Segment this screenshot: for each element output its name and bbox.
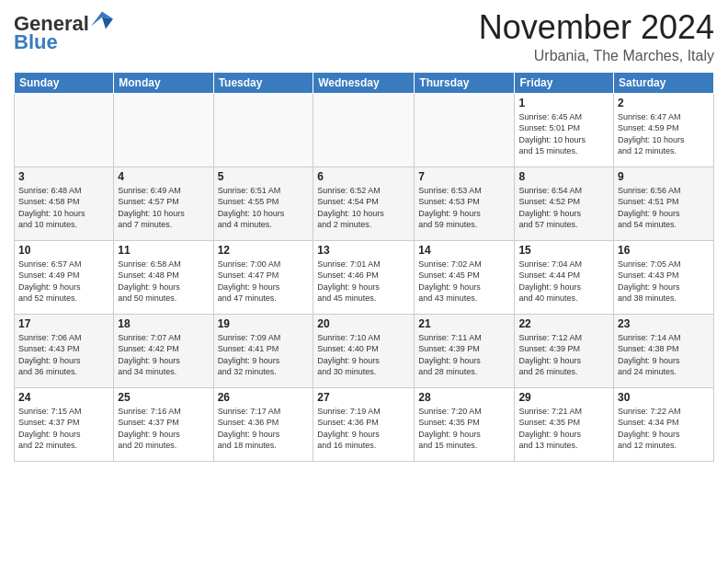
day-number: 5 [218,170,310,183]
day-info: Sunrise: 6:52 AM Sunset: 4:54 PM Dayligh… [317,185,410,231]
day-info: Sunrise: 7:02 AM Sunset: 4:45 PM Dayligh… [418,259,510,304]
calendar-week-1: 1Sunrise: 6:45 AM Sunset: 5:01 PM Daylig… [15,93,714,167]
table-row: 5Sunrise: 6:51 AM Sunset: 4:55 PM Daylig… [213,167,313,240]
table-row: 14Sunrise: 7:02 AM Sunset: 4:45 PM Dayli… [415,240,515,314]
table-row: 2Sunrise: 6:47 AM Sunset: 4:59 PM Daylig… [614,93,714,167]
day-info: Sunrise: 6:54 AM Sunset: 4:52 PM Dayligh… [518,185,609,231]
day-number: 8 [518,170,609,183]
day-info: Sunrise: 7:06 AM Sunset: 4:43 PM Dayligh… [18,332,109,378]
table-row: 21Sunrise: 7:11 AM Sunset: 4:39 PM Dayli… [415,314,515,387]
day-info: Sunrise: 6:48 AM Sunset: 4:58 PM Dayligh… [18,185,109,231]
day-number: 14 [418,244,510,257]
day-number: 4 [118,170,209,183]
day-number: 24 [18,391,109,404]
day-info: Sunrise: 6:58 AM Sunset: 4:48 PM Dayligh… [118,259,209,304]
table-row: 23Sunrise: 7:14 AM Sunset: 4:38 PM Dayli… [614,314,714,387]
header-thursday: Thursday [415,72,515,93]
day-number: 15 [518,244,609,257]
title-area: November 2024 Urbania, The Marches, Ital… [479,9,714,64]
header: General Blue November 2024 Urbania, The … [14,9,714,64]
day-number: 21 [418,317,510,330]
table-row: 3Sunrise: 6:48 AM Sunset: 4:58 PM Daylig… [15,167,114,240]
header-saturday: Saturday [614,72,714,93]
day-number: 12 [218,244,310,257]
day-info: Sunrise: 7:20 AM Sunset: 4:35 PM Dayligh… [418,406,510,452]
table-row: 18Sunrise: 7:07 AM Sunset: 4:42 PM Dayli… [114,314,213,387]
table-row: 20Sunrise: 7:10 AM Sunset: 4:40 PM Dayli… [313,314,415,387]
logo-blue: Blue [14,30,58,53]
table-row [114,93,213,167]
day-number: 17 [18,317,109,330]
calendar-week-3: 10Sunrise: 6:57 AM Sunset: 4:49 PM Dayli… [15,240,714,314]
day-info: Sunrise: 6:45 AM Sunset: 5:01 PM Dayligh… [518,111,609,157]
table-row: 25Sunrise: 7:16 AM Sunset: 4:37 PM Dayli… [114,387,213,461]
day-info: Sunrise: 7:05 AM Sunset: 4:43 PM Dayligh… [618,259,710,304]
day-info: Sunrise: 6:57 AM Sunset: 4:49 PM Dayligh… [18,259,109,304]
day-info: Sunrise: 7:17 AM Sunset: 4:36 PM Dayligh… [218,406,310,452]
table-row: 13Sunrise: 7:01 AM Sunset: 4:46 PM Dayli… [313,240,415,314]
day-info: Sunrise: 7:10 AM Sunset: 4:40 PM Dayligh… [317,332,410,378]
logo: General Blue [14,13,113,53]
table-row [15,93,114,167]
header-friday: Friday [515,72,614,93]
day-info: Sunrise: 6:53 AM Sunset: 4:53 PM Dayligh… [418,185,510,231]
day-info: Sunrise: 7:12 AM Sunset: 4:39 PM Dayligh… [518,332,609,378]
table-row: 8Sunrise: 6:54 AM Sunset: 4:52 PM Daylig… [515,167,614,240]
day-number: 25 [118,391,209,404]
day-number: 9 [618,170,710,183]
calendar-header-row: Sunday Monday Tuesday Wednesday Thursday… [15,72,714,93]
table-row: 30Sunrise: 7:22 AM Sunset: 4:34 PM Dayli… [614,387,714,461]
day-number: 1 [518,97,609,109]
table-row: 12Sunrise: 7:00 AM Sunset: 4:47 PM Dayli… [213,240,313,314]
day-number: 23 [618,317,710,330]
header-wednesday: Wednesday [313,72,415,93]
header-monday: Monday [114,72,213,93]
day-info: Sunrise: 7:01 AM Sunset: 4:46 PM Dayligh… [317,259,410,304]
calendar-week-5: 24Sunrise: 7:15 AM Sunset: 4:37 PM Dayli… [15,387,714,461]
table-row: 22Sunrise: 7:12 AM Sunset: 4:39 PM Dayli… [515,314,614,387]
table-row: 10Sunrise: 6:57 AM Sunset: 4:49 PM Dayli… [15,240,114,314]
day-info: Sunrise: 6:56 AM Sunset: 4:51 PM Dayligh… [618,185,710,231]
logo-icon [91,9,113,31]
day-info: Sunrise: 7:15 AM Sunset: 4:37 PM Dayligh… [18,406,109,452]
table-row: 4Sunrise: 6:49 AM Sunset: 4:57 PM Daylig… [114,167,213,240]
day-info: Sunrise: 6:47 AM Sunset: 4:59 PM Dayligh… [618,111,710,157]
day-info: Sunrise: 7:07 AM Sunset: 4:42 PM Dayligh… [118,332,209,378]
table-row: 29Sunrise: 7:21 AM Sunset: 4:35 PM Dayli… [515,387,614,461]
table-row [313,93,415,167]
table-row: 15Sunrise: 7:04 AM Sunset: 4:44 PM Dayli… [515,240,614,314]
day-number: 16 [618,244,710,257]
table-row [213,93,313,167]
day-number: 22 [518,317,609,330]
svg-marker-1 [102,17,113,29]
table-row: 11Sunrise: 6:58 AM Sunset: 4:48 PM Dayli… [114,240,213,314]
day-info: Sunrise: 6:49 AM Sunset: 4:57 PM Dayligh… [118,185,209,231]
table-row: 9Sunrise: 6:56 AM Sunset: 4:51 PM Daylig… [614,167,714,240]
day-number: 20 [317,317,410,330]
day-number: 28 [418,391,510,404]
table-row: 26Sunrise: 7:17 AM Sunset: 4:36 PM Dayli… [213,387,313,461]
table-row: 28Sunrise: 7:20 AM Sunset: 4:35 PM Dayli… [415,387,515,461]
table-row: 17Sunrise: 7:06 AM Sunset: 4:43 PM Dayli… [15,314,114,387]
day-number: 26 [218,391,310,404]
calendar-week-4: 17Sunrise: 7:06 AM Sunset: 4:43 PM Dayli… [15,314,714,387]
table-row: 24Sunrise: 7:15 AM Sunset: 4:37 PM Dayli… [15,387,114,461]
table-row: 1Sunrise: 6:45 AM Sunset: 5:01 PM Daylig… [515,93,614,167]
table-row: 16Sunrise: 7:05 AM Sunset: 4:43 PM Dayli… [614,240,714,314]
table-row: 19Sunrise: 7:09 AM Sunset: 4:41 PM Dayli… [213,314,313,387]
day-number: 29 [518,391,609,404]
day-number: 18 [118,317,209,330]
location: Urbania, The Marches, Italy [479,48,714,64]
header-sunday: Sunday [15,72,114,93]
day-info: Sunrise: 6:51 AM Sunset: 4:55 PM Dayligh… [218,185,310,231]
day-info: Sunrise: 7:09 AM Sunset: 4:41 PM Dayligh… [218,332,310,378]
day-number: 2 [618,97,710,109]
day-number: 7 [418,170,510,183]
month-title: November 2024 [479,9,714,46]
day-info: Sunrise: 7:19 AM Sunset: 4:36 PM Dayligh… [317,406,410,452]
day-info: Sunrise: 7:04 AM Sunset: 4:44 PM Dayligh… [518,259,609,304]
table-row: 27Sunrise: 7:19 AM Sunset: 4:36 PM Dayli… [313,387,415,461]
day-number: 30 [618,391,710,404]
day-number: 6 [317,170,410,183]
table-row [415,93,515,167]
